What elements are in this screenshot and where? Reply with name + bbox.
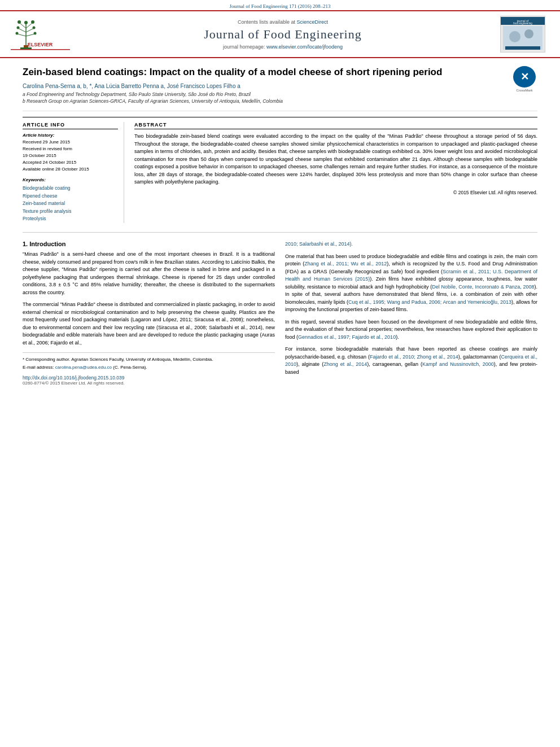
svg-text:ELSEVIER: ELSEVIER — [27, 42, 53, 47]
crossmark-badge[interactable]: ✕ CrossMark — [511, 66, 537, 92]
article-info-abstract-section: ARTICLE INFO Article history: Received 2… — [23, 117, 537, 223]
contents-line: Contents lists available at ScienceDirec… — [77, 19, 489, 25]
svg-point-9 — [16, 26, 19, 29]
history-item-0: Received 29 June 2015 — [23, 139, 118, 146]
svg-point-10 — [15, 32, 18, 34]
keywords-section: Keywords: Biodegradable coating Ripened … — [23, 177, 118, 223]
keyword-4: Proteolysis — [23, 215, 118, 223]
body-paragraph-2-cont: 2010; Salarbashi et al., 2014). — [285, 241, 537, 248]
journal-cover-thumbnail: journal of food engineering — [500, 16, 545, 53]
email-link[interactable]: carolina.pena@udea.edu.co — [55, 365, 112, 370]
journal-homepage: journal homepage: www.elsevier.com/locat… — [77, 44, 489, 50]
main-content: Zein-based blend coatings: Impact on the… — [0, 58, 560, 394]
article-title-text: Zein-based blend coatings: Impact on the… — [23, 66, 511, 105]
section1-title: Introduction — [29, 241, 65, 247]
doi-link[interactable]: http://dx.doi.org/10.1016/j.jfoodeng.201… — [23, 375, 275, 381]
issn-line: 0260-8774/© 2015 Elsevier Ltd. All right… — [23, 381, 275, 386]
body-paragraph-1: "Minas Padrão" is a semi-hard cheese and… — [23, 251, 275, 296]
header-thumbnail: journal of food engineering — [495, 16, 551, 53]
keyword-2: Zein-based material — [23, 200, 118, 208]
journal-header: ELSEVIER Contents lists available at Sci… — [0, 10, 560, 58]
affiliation-b: b Research Group on Agrarian Sciences-GR… — [23, 98, 511, 104]
journal-reference-text: Journal of Food Engineering 171 (2016) 2… — [230, 3, 331, 9]
history-item-4: Available online 28 October 2015 — [23, 166, 118, 173]
body-left-column: 1. Introduction "Minas Padrão" is a semi… — [23, 241, 275, 386]
elsevier-logo: ELSEVIER — [11, 17, 70, 52]
keyword-0: Biodegradable coating — [23, 185, 118, 193]
svg-rect-26 — [505, 46, 540, 50]
svg-point-14 — [24, 21, 28, 24]
footer-section: * Corresponding author. Agrarian Science… — [23, 352, 275, 386]
history-item-1: Received in revised form — [23, 146, 118, 152]
crossmark-text: CrossMark — [516, 89, 532, 92]
copyright-line: © 2015 Elsevier Ltd. All rights reserved… — [134, 190, 537, 195]
header-center: Contents lists available at ScienceDirec… — [77, 19, 489, 50]
thumbnail-image: journal of food engineering — [501, 17, 545, 52]
page: Journal of Food Engineering 171 (2016) 2… — [0, 0, 560, 747]
svg-point-25 — [524, 29, 533, 38]
keyword-1: Ripened cheese — [23, 193, 118, 200]
svg-point-8 — [18, 20, 21, 24]
body-paragraph-4: In this regard, several studies have bee… — [285, 318, 537, 342]
svg-text:food engineering: food engineering — [513, 22, 532, 25]
body-paragraph-3: One material that has been used to produ… — [285, 253, 537, 314]
abstract-text: Two biodegradable zein-based blend coati… — [134, 133, 537, 186]
svg-point-13 — [33, 32, 36, 34]
history-item-3: Accepted 24 October 2015 — [23, 159, 118, 166]
crossmark-x: ✕ — [520, 72, 529, 82]
svg-rect-23 — [503, 26, 542, 50]
article-info-column: ARTICLE INFO Article history: Received 2… — [23, 122, 124, 223]
body-paragraph-5: For instance, some biodegradable materia… — [285, 346, 537, 376]
section1-number: 1. — [23, 241, 28, 247]
body-content: 1. Introduction "Minas Padrão" is a semi… — [23, 232, 537, 386]
abstract-label: ABSTRACT — [134, 122, 537, 129]
body-right-column: 2010; Salarbashi et al., 2014). One mate… — [285, 241, 537, 386]
svg-rect-16 — [20, 47, 32, 49]
footnote-corresponding: * Corresponding author. Agrarian Science… — [23, 356, 275, 362]
article-main-title: Zein-based blend coatings: Impact on the… — [23, 66, 511, 78]
header-logo-area: ELSEVIER — [9, 17, 71, 52]
authors-line: Carolina Pena-Serna a, b, *, Ana Lúcia B… — [23, 83, 511, 89]
article-title-section: Zein-based blend coatings: Impact on the… — [23, 66, 537, 111]
article-info-label: ARTICLE INFO — [23, 122, 118, 129]
history-item-2: 19 October 2015 — [23, 152, 118, 159]
journal-reference-bar: Journal of Food Engineering 171 (2016) 2… — [0, 0, 560, 10]
keywords-label: Keywords: — [23, 177, 118, 182]
keyword-3: Texture profile analysis — [23, 208, 118, 216]
svg-rect-18 — [11, 49, 70, 50]
section1-heading: 1. Introduction — [23, 241, 275, 247]
article-history: Article history: Received 29 June 2015 R… — [23, 133, 118, 173]
history-label: Article history: — [23, 133, 118, 138]
abstract-column: ABSTRACT Two biodegradable zein-based bl… — [134, 122, 537, 223]
svg-point-12 — [32, 26, 35, 29]
journal-title: Journal of Food Engineering — [77, 27, 489, 42]
svg-point-24 — [509, 31, 520, 42]
crossmark-circle: ✕ — [513, 66, 536, 88]
sciencedirect-link[interactable]: ScienceDirect — [297, 19, 329, 25]
body-paragraph-2: The commercial "Minas Padrão" cheese is … — [23, 301, 275, 347]
footnote-email: E-mail address: carolina.pena@udea.edu.c… — [23, 364, 275, 370]
homepage-url[interactable]: www.elsevier.com/locate/jfoodeng — [266, 44, 343, 50]
svg-point-11 — [31, 20, 34, 24]
affiliation-a: a Food Engineering and Technology Depart… — [23, 91, 511, 97]
